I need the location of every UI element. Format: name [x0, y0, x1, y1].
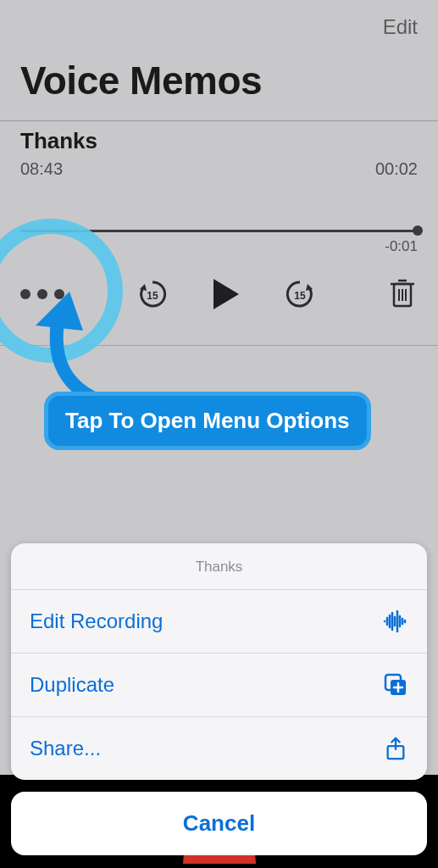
duplicate-icon	[383, 672, 408, 698]
trash-icon	[387, 275, 418, 309]
memo-time: 08:43	[20, 159, 63, 179]
delete-button[interactable]	[387, 275, 418, 313]
edit-recording-button[interactable]: Edit Recording	[11, 589, 427, 653]
action-sheet: Thanks Edit Recording Duplicate Share...	[11, 543, 427, 780]
skip-back-button[interactable]: 15	[136, 277, 169, 311]
sheet-title: Thanks	[11, 543, 427, 589]
duplicate-button[interactable]: Duplicate	[11, 653, 427, 716]
waveform-icon	[383, 609, 408, 634]
skip-forward-button[interactable]: 15	[283, 277, 317, 311]
annotation-callout: Tap To Open Menu Options	[44, 392, 371, 450]
svg-text:15: 15	[147, 290, 158, 302]
cancel-button[interactable]: Cancel	[11, 792, 427, 855]
edit-button[interactable]: Edit	[383, 15, 418, 39]
page-title: Voice Memos	[0, 49, 438, 120]
skip-back-icon: 15	[136, 277, 169, 311]
share-label: Share...	[30, 737, 101, 760]
time-remaining: -0:01	[385, 238, 418, 255]
svg-text:15: 15	[294, 290, 306, 302]
play-icon	[212, 277, 241, 311]
memo-item[interactable]: Thanks 08:43 00:02	[0, 121, 438, 179]
play-button[interactable]	[212, 277, 241, 311]
share-icon	[383, 736, 408, 761]
duplicate-label: Duplicate	[30, 673, 114, 697]
edit-recording-label: Edit Recording	[30, 609, 163, 633]
skip-forward-icon: 15	[283, 277, 317, 311]
share-button[interactable]: Share...	[11, 716, 427, 780]
memo-name: Thanks	[20, 128, 418, 154]
memo-duration: 00:02	[375, 159, 418, 179]
